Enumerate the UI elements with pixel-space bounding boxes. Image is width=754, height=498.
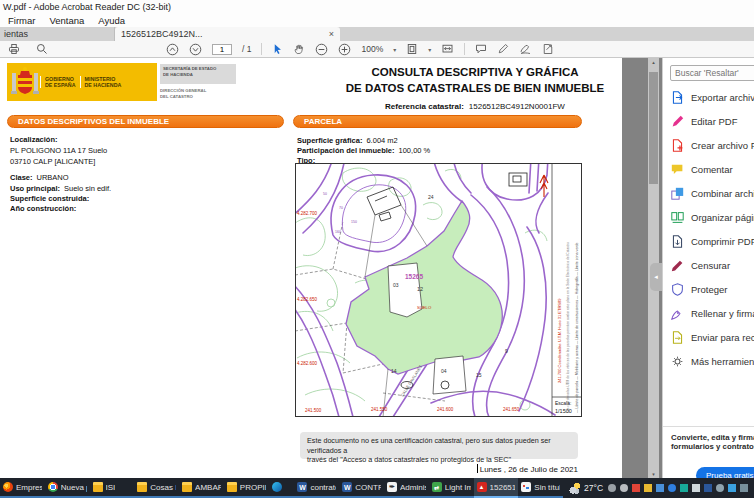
participacion-value: 100,00 %	[399, 146, 431, 155]
shield-icon	[671, 283, 684, 296]
tab-tools[interactable]: ientas	[0, 27, 115, 41]
map-margin-note: Las coordenadas UTM de los vértices de l…	[566, 242, 570, 413]
scale-value: 1/1500	[555, 408, 572, 414]
taskbar-item-word-contrato[interactable]: Wcontrato ...	[294, 478, 339, 498]
scroll-up-icon[interactable]: ▴	[648, 59, 659, 65]
chevron-down-icon[interactable]: ▾	[428, 46, 431, 53]
svg-text:50: 50	[323, 192, 327, 196]
tray-icon[interactable]	[656, 484, 664, 492]
firefox-icon	[3, 482, 13, 492]
taskbar-item-acrobat-active[interactable]: ▲1526512...	[474, 478, 519, 498]
folder-icon	[93, 482, 103, 492]
export-pdf-icon	[671, 91, 684, 104]
zoom-tool-icon[interactable]	[36, 43, 48, 55]
tray-icon[interactable]	[632, 484, 640, 492]
search-input[interactable]	[670, 65, 754, 81]
close-icon[interactable]: ×	[329, 27, 334, 41]
taskbar-item-firefox[interactable]: Empresa...	[0, 478, 45, 498]
print-icon[interactable]	[8, 43, 20, 55]
taskbar-item-word-contra[interactable]: WCONTRA...	[339, 478, 384, 498]
combine-files-icon	[671, 187, 684, 200]
doc-title-line2: DE DATOS CATASTRALES DE BIEN INMUEBLE	[315, 82, 635, 94]
tray-icon[interactable]	[704, 484, 712, 492]
parcel-9-label: 9	[505, 348, 508, 354]
direccion-general-label: DIRECCIÓN GENERAL DEL CATASTRO	[160, 88, 240, 99]
tool-compress-pdf[interactable]: Comprimir PDF	[663, 229, 754, 253]
menu-ventana[interactable]: Ventana	[49, 15, 84, 26]
taskbar-item-lightimage[interactable]: ⇄Light Im...	[429, 478, 474, 498]
taskbar-item-chrome[interactable]: Nueva p...	[45, 478, 90, 498]
menu-ayuda[interactable]: Ayuda	[98, 15, 125, 26]
tray-icon[interactable]	[608, 484, 616, 492]
taskbar-item-folder-ambar[interactable]: AMBAR ...	[179, 478, 224, 498]
ministerio-label: MINISTERIO DE HACIENDA	[80, 76, 126, 88]
scroll-down-icon[interactable]: ▾	[648, 471, 659, 477]
comment-icon[interactable]	[475, 43, 487, 55]
tray-icon[interactable]	[620, 484, 628, 492]
scrollbar-thumb[interactable]	[649, 72, 658, 184]
word-icon: W	[342, 482, 352, 492]
scale-label: Escala:	[555, 400, 571, 406]
select-tool-icon[interactable]	[272, 43, 283, 55]
taskbar-item-administ[interactable]: ✒Administ...	[384, 478, 429, 498]
anio-construccion-label: Año construcción:	[10, 204, 76, 213]
tool-protect[interactable]: Proteger	[663, 277, 754, 301]
tool-organize-pages[interactable]: Organizar páginas	[663, 205, 754, 229]
taskbar-item-folder-cosas[interactable]: Cosas Luis	[134, 478, 179, 498]
window-titlebar: W.pdf - Adobe Acrobat Reader DC (32-bit)	[0, 0, 754, 14]
tool-redact[interactable]: Censurar	[663, 253, 754, 277]
taskbar-item-edge[interactable]	[269, 478, 295, 498]
fit-width-icon[interactable]	[441, 43, 454, 55]
page-up-icon[interactable]	[166, 43, 179, 56]
tray-icon[interactable]	[644, 484, 652, 492]
parcel-use-label: SUELO	[417, 305, 432, 310]
tray-icon[interactable]	[680, 484, 688, 492]
doc-title-line1: CONSULTA DESCRIPTIVA Y GRÁFICA	[315, 66, 635, 78]
more-tools-gear-icon	[671, 355, 684, 368]
zoom-out-icon[interactable]	[315, 43, 328, 56]
hand-tool-icon[interactable]	[293, 43, 305, 55]
fit-page-icon[interactable]	[406, 43, 418, 55]
share-icon[interactable]	[542, 43, 554, 55]
tray-icon[interactable]	[692, 484, 700, 492]
windows-taskbar: Empresa... Nueva p... ISI Cosas Luis AMB…	[0, 478, 754, 498]
taskbar-weather[interactable]: 27°C	[563, 478, 608, 498]
tray-icon[interactable]	[668, 484, 676, 492]
tab-document[interactable]: 1526512BC4912N... ×	[115, 27, 340, 41]
tool-edit-pdf[interactable]: Editar PDF	[663, 109, 754, 133]
document-date: Lunes , 26 de Julio de 2021	[378, 464, 578, 474]
superficie-grafica-field: Superficie gráfica:6.004 m2	[297, 136, 398, 145]
text-cursor	[477, 464, 478, 473]
tool-export-pdf[interactable]: Exportar archivo PDF	[663, 85, 754, 109]
pencil-icon[interactable]	[497, 43, 509, 55]
menu-firmar[interactable]: Firmar	[8, 15, 35, 26]
parcel-04-label: 04	[441, 368, 447, 374]
create-pdf-icon	[671, 139, 684, 152]
zoom-level-label[interactable]: 100%	[361, 44, 383, 54]
taskbar-item-paint[interactable]: Sin título...	[518, 478, 563, 498]
tool-send-comments[interactable]: Enviar para recibir comentarios	[663, 325, 754, 349]
taskbar-item-folder-isi[interactable]: ISI	[90, 478, 135, 498]
zoom-in-icon[interactable]	[338, 43, 351, 56]
tray-icon[interactable]	[740, 484, 748, 492]
tray-icon[interactable]	[728, 484, 736, 492]
pdf-page: GOBIERNO DE ESPAÑA MINISTERIO DE HACIEND…	[0, 58, 622, 478]
svg-text:241.600: 241.600	[437, 407, 454, 412]
page-down-icon[interactable]	[189, 43, 202, 56]
parcel-03-label: 03	[393, 282, 399, 288]
tray-icon[interactable]	[716, 484, 724, 492]
page-number-input[interactable]	[212, 44, 232, 55]
tool-more-tools[interactable]: Más herramientas	[663, 349, 754, 373]
tool-create-pdf[interactable]: Crear archivo PDF	[663, 133, 754, 157]
referencia-catastral: Referencia catastral:1526512BC4912N0001F…	[315, 102, 635, 111]
taskbar-item-folder-propied[interactable]: PROPIED...	[224, 478, 269, 498]
panel-collapse-handle[interactable]: ◂	[650, 263, 662, 291]
word-icon: W	[297, 482, 307, 492]
tool-fill-sign[interactable]: Rellenar y firmar	[663, 301, 754, 325]
referencia-value: 1526512BC4912N0001FW	[469, 102, 565, 111]
tool-combine-files[interactable]: Combinar archivos	[663, 181, 754, 205]
ink-sign-icon[interactable]	[519, 43, 532, 55]
chevron-down-icon[interactable]: ▾	[393, 46, 396, 53]
tool-comment[interactable]: Comentar	[663, 157, 754, 181]
light-image-icon: ⇄	[432, 482, 442, 492]
